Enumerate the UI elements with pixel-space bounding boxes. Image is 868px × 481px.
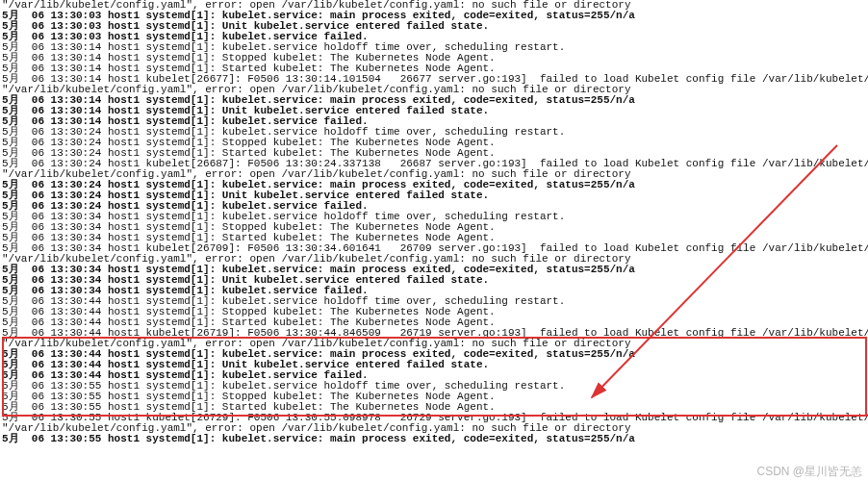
- log-line: 5月 06 13:30:55 host1 systemd[1]: kubelet…: [2, 434, 868, 444]
- terminal-output: "/var/lib/kubelet/config.yaml", error: o…: [0, 0, 868, 444]
- watermark: CSDN @星川皆无恙: [756, 467, 862, 477]
